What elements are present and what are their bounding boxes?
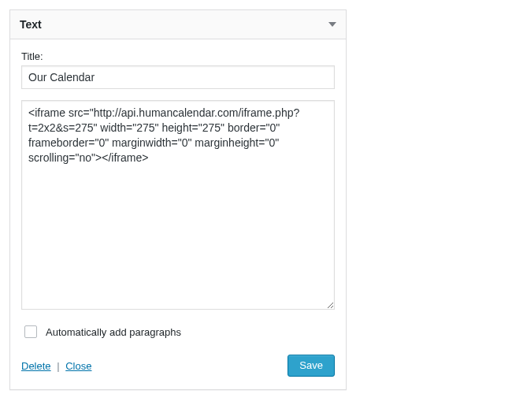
delete-link[interactable]: Delete: [21, 360, 51, 372]
title-label: Title:: [21, 50, 335, 62]
text-widget: Text Title: Automatically add paragraphs…: [9, 9, 347, 390]
close-link[interactable]: Close: [65, 360, 91, 372]
content-textarea[interactable]: [21, 100, 335, 310]
widget-header[interactable]: Text: [10, 10, 346, 39]
title-input[interactable]: [21, 65, 335, 89]
widget-body: Title: Automatically add paragraphs Dele…: [10, 39, 346, 389]
widget-title: Text: [20, 18, 42, 31]
link-actions: Delete | Close: [21, 360, 91, 372]
auto-paragraph-row[interactable]: Automatically add paragraphs: [21, 323, 335, 340]
chevron-down-icon: [328, 22, 336, 27]
separator: |: [57, 360, 59, 372]
actions-row: Delete | Close Save: [21, 355, 335, 377]
auto-paragraph-label: Automatically add paragraphs: [46, 326, 181, 338]
save-button[interactable]: Save: [288, 355, 335, 377]
auto-paragraph-checkbox[interactable]: [24, 325, 37, 338]
